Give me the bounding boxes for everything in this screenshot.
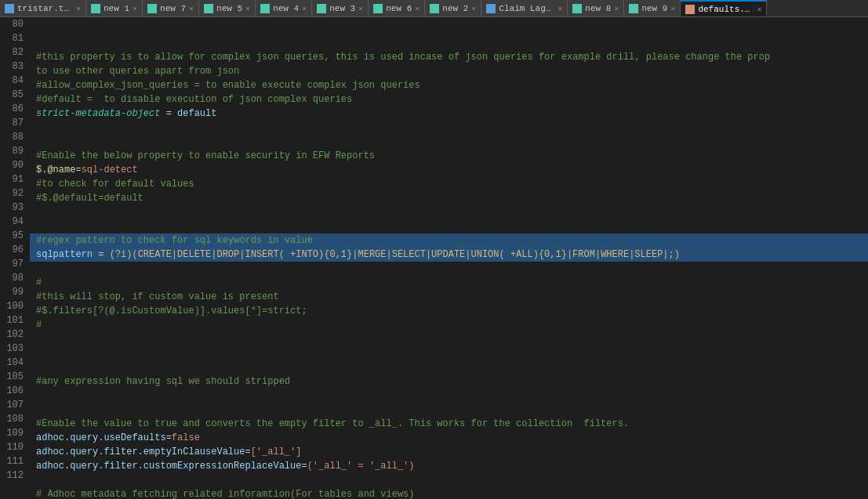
line-number-89: 89	[3, 144, 24, 158]
tab-claim[interactable]: Claim Lag Time Custom WC (1).txt✕	[481, 0, 568, 17]
tab-label-new6: new 6	[386, 4, 412, 13]
line-number-80: 80	[3, 17, 24, 31]
line-number-92: 92	[3, 186, 24, 201]
code-line-98: #$.filters[?(@.isCustomValue)].values[*]…	[30, 304, 868, 318]
tab-icon-new1	[91, 4, 100, 13]
line-number-95: 95	[3, 229, 24, 243]
line-number-96: 96	[3, 243, 24, 257]
line-number-103: 103	[3, 342, 24, 356]
tab-icon-new2	[430, 4, 439, 13]
line-number-85: 85	[3, 88, 24, 102]
code-line-81: to use other queries apart from json	[30, 64, 868, 78]
tab-close-claim[interactable]: ✕	[557, 4, 562, 13]
line-number-88: 88	[3, 130, 24, 144]
tab-tristar[interactable]: tristar.txt✕	[0, 0, 86, 17]
line-number-105: 105	[3, 370, 24, 384]
line-number-87: 87	[3, 116, 24, 130]
code-line-91	[30, 205, 868, 219]
tab-icon-tristar	[5, 4, 14, 13]
line-number-84: 84	[3, 74, 24, 88]
tab-label-defaults: defaults.properties	[698, 5, 754, 14]
tab-close-new8[interactable]: ✕	[614, 4, 619, 13]
code-line-100	[30, 332, 868, 346]
tab-new6[interactable]: new 6✕	[369, 0, 425, 17]
tab-close-new7[interactable]: ✕	[189, 4, 194, 13]
line-number-90: 90	[3, 158, 24, 172]
code-line-104	[30, 389, 868, 403]
code-line-94: sqlpattern = (?i)(CREATE|DELETE|DROP|INS…	[30, 248, 868, 262]
line-number-98: 98	[3, 271, 24, 285]
tab-bar: tristar.txt✕new 1✕new 7✕new 5✕new 4✕new …	[0, 0, 868, 17]
code-line-103: #any expression having sql we should str…	[30, 374, 868, 389]
line-number-109: 109	[3, 426, 24, 440]
tab-new2[interactable]: new 2✕	[425, 0, 481, 17]
tab-label-new9: new 9	[641, 4, 667, 13]
code-line-82: #allow_complex_json_queries = to enable …	[30, 78, 868, 92]
line-number-93: 93	[3, 201, 24, 215]
code-line-102	[30, 360, 868, 374]
tab-new3[interactable]: new 3✕	[312, 0, 369, 17]
code-line-88: $.@name=sql-detect	[30, 163, 868, 177]
tab-label-new4: new 4	[273, 4, 299, 13]
code-line-109: adhoc.query.filter.customExpressionRepla…	[30, 459, 868, 473]
editor: 8081828384858687888990919293949596979899…	[0, 17, 868, 499]
code-lines: #this property is to allow for complex j…	[30, 17, 868, 499]
tab-new5[interactable]: new 5✕	[199, 0, 256, 17]
tab-icon-defaults	[685, 5, 695, 14]
tab-icon-new9	[629, 4, 638, 13]
tab-icon-new3	[317, 4, 326, 13]
line-number-102: 102	[3, 327, 24, 342]
tab-new8[interactable]: new 8✕	[568, 0, 624, 17]
code-line-111: # Adhoc metadata fetching related infora…	[30, 487, 868, 499]
tab-close-new6[interactable]: ✕	[415, 4, 419, 13]
code-line-105	[30, 403, 868, 417]
code-line-96: #	[30, 276, 868, 290]
tab-close-new1[interactable]: ✕	[133, 4, 137, 13]
code-line-101	[30, 346, 868, 360]
tab-label-new2: new 2	[442, 4, 468, 13]
tab-new9[interactable]: new 9✕	[624, 0, 681, 17]
tab-label-new8: new 8	[585, 4, 611, 13]
code-line-84: strict-metadata-object = default	[30, 107, 868, 121]
code-line-108: adhoc.query.filter.emptyInClauseValue=['…	[30, 445, 868, 459]
tab-label-claim: Claim Lag Time Custom WC (1).txt	[499, 4, 554, 13]
line-number-107: 107	[3, 398, 24, 412]
line-number-112: 112	[3, 468, 24, 483]
tab-label-new7: new 7	[160, 4, 186, 13]
code-line-87: #Enable the below property to enable sec…	[30, 149, 868, 163]
line-number-97: 97	[3, 257, 24, 271]
code-line-99: #	[30, 318, 868, 332]
line-number-108: 108	[3, 412, 24, 426]
tab-defaults[interactable]: defaults.properties✕	[681, 0, 767, 17]
tab-close-new3[interactable]: ✕	[358, 4, 363, 13]
tab-close-new5[interactable]: ✕	[245, 4, 250, 13]
tab-new7[interactable]: new 7✕	[143, 0, 199, 17]
line-number-82: 82	[3, 45, 24, 60]
tab-icon-new5	[204, 4, 213, 13]
line-number-104: 104	[3, 356, 24, 370]
tab-new4[interactable]: new 4✕	[256, 0, 312, 17]
tab-icon-claim	[486, 4, 496, 13]
code-line-90: #$.@default=default	[30, 191, 868, 205]
code-line-93: #regex pattern to check for sql keywords…	[30, 233, 868, 248]
line-number-110: 110	[3, 440, 24, 454]
code-line-92	[30, 219, 868, 233]
line-number-99: 99	[3, 285, 24, 299]
line-number-101: 101	[3, 313, 24, 327]
code-content[interactable]: #this property is to allow for complex j…	[30, 17, 868, 499]
code-line-86	[30, 135, 868, 149]
tab-label-new3: new 3	[329, 4, 355, 13]
tab-close-tristar[interactable]: ✕	[76, 4, 81, 13]
line-number-111: 111	[3, 454, 24, 468]
tab-label-new1: new 1	[104, 4, 129, 13]
line-number-83: 83	[3, 60, 24, 74]
tab-label-tristar: tristar.txt	[17, 4, 73, 13]
code-line-110	[30, 473, 868, 487]
tab-icon-new8	[572, 4, 582, 13]
tab-close-new2[interactable]: ✕	[471, 4, 476, 13]
tab-close-new4[interactable]: ✕	[302, 4, 307, 13]
line-numbers: 8081828384858687888990919293949596979899…	[0, 17, 30, 499]
tab-new1[interactable]: new 1✕	[86, 0, 143, 17]
tab-close-defaults[interactable]: ✕	[757, 5, 761, 14]
tab-close-new9[interactable]: ✕	[670, 4, 675, 13]
